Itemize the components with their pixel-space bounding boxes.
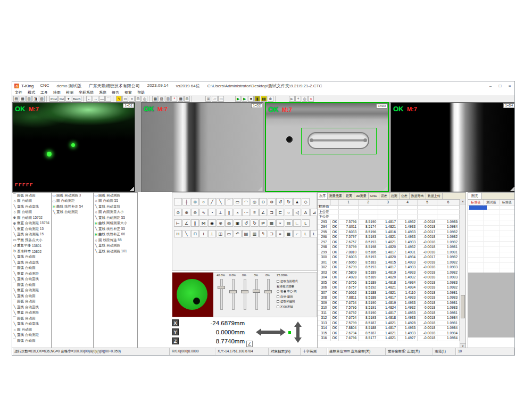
table-row[interactable]: 305OK7.67568.51891.48181.4934-0.00181.09… <box>318 281 460 286</box>
element-list-item[interactable]: ╲直线自动测距 15 <box>12 232 51 238</box>
element-list-item[interactable]: ╲直线自动直线 <box>12 260 51 266</box>
table-tab-距离[interactable]: 距离 <box>344 193 354 199</box>
table-row[interactable]: 296OK7.57978.51931.48211.4933-0.00181.09… <box>318 235 460 240</box>
pixel-button[interactable]: Pixel <box>49 96 58 102</box>
light-slider[interactable] <box>215 277 227 312</box>
angle-tool-button[interactable]: ∠ <box>246 341 253 347</box>
table-tab-CNC[interactable]: CNC <box>369 193 379 199</box>
table-row[interactable]: 298OK7.57998.51981.48201.4932-0.00181.09… <box>318 245 460 250</box>
element-list-item[interactable]: ○圆自动圆 <box>12 210 51 216</box>
palette-tool-icon[interactable]: ⋯ <box>242 209 250 216</box>
palette-tool-icon[interactable]: ↺ <box>242 219 250 227</box>
file-new-icon[interactable]: ▤ <box>13 96 19 102</box>
list-icon[interactable]: ≡ <box>129 96 135 102</box>
element-list-item[interactable]: ▭圆弧自动测距 <box>94 193 137 199</box>
undo-icon[interactable]: ← <box>86 96 92 102</box>
element-list-item[interactable]: ○圆线段传递 55 <box>94 237 137 243</box>
focus-option[interactable]: 提取和编辑 <box>277 299 317 304</box>
table-row[interactable]: 316OK7.67968.51771.48211.4927-0.00181.09… <box>318 336 460 341</box>
palette-tool-icon[interactable]: ▣ <box>234 219 242 227</box>
tolerance-row[interactable]: 下公差 <box>318 215 460 220</box>
step-icon[interactable]: ▮ <box>254 96 260 102</box>
palette-tool-icon[interactable]: ◎ <box>251 198 259 205</box>
element-list-item[interactable]: ↻基准样本15802 <box>12 249 51 254</box>
run-icon[interactable]: ▶ <box>235 96 241 102</box>
add-icon[interactable]: + <box>295 96 301 102</box>
table-row[interactable]: 315OK7.67948.51871.48211.4933-0.00181.09… <box>318 331 460 336</box>
settings-icon[interactable]: ⊛ <box>268 96 273 102</box>
y-axis-icon[interactable]: Y <box>172 328 179 335</box>
palette-tool-icon[interactable]: ▦ <box>285 230 293 237</box>
focus-option[interactable]: 提取当前模式 <box>277 279 317 284</box>
doc-disabled-icon[interactable]: ▭ <box>218 96 224 102</box>
palette-tool-icon[interactable]: ⊥ <box>208 230 216 237</box>
palette-tool-icon[interactable]: ◫ <box>217 230 225 237</box>
close-button[interactable]: × <box>505 82 514 90</box>
palette-tool-icon[interactable]: ⌒ <box>225 198 233 205</box>
layers-icon[interactable]: ▥ <box>165 96 171 102</box>
palette-tool-icon[interactable]: ⇄ <box>259 219 267 227</box>
light-slider[interactable] <box>250 277 262 312</box>
menu-item-系统[interactable]: 系统 <box>96 90 109 95</box>
checkbox-icon[interactable] <box>277 306 279 308</box>
palette-tool-icon[interactable]: × <box>276 230 284 237</box>
tolerance-row[interactable]: 标准值 <box>318 204 460 210</box>
element-list-item[interactable]: ↺重复平移13801 <box>12 243 51 249</box>
menu-item-模式[interactable]: 模式 <box>25 90 38 95</box>
palette-tool-icon[interactable]: ⊙ <box>174 209 182 216</box>
jog-horizontal-arrow-icon[interactable] <box>256 328 286 336</box>
properties-row[interactable] <box>468 215 515 220</box>
menu-item-帮助[interactable]: 帮助 <box>135 90 147 95</box>
palette-tool-icon[interactable]: ▤ <box>242 230 250 237</box>
element-list-item[interactable]: H曲线线性补正 54 <box>52 204 93 210</box>
table-tab-数据上传[interactable]: 数据上传 <box>426 193 443 199</box>
resize-handle-icon[interactable] <box>258 187 262 191</box>
run-all-icon[interactable]: ▶ <box>242 96 247 102</box>
properties-row[interactable] <box>468 247 515 252</box>
light-slider[interactable] <box>262 277 273 312</box>
properties-row[interactable] <box>468 226 515 231</box>
radio-icon[interactable] <box>284 290 286 293</box>
element-list-item[interactable]: ╲直线自动直线 <box>94 204 137 210</box>
table-row[interactable]: 306OK7.67578.51921.48211.4934-0.00181.09… <box>318 285 460 291</box>
palette-tool-icon[interactable]: ↻ <box>251 219 259 227</box>
element-list-item[interactable]: ╲直线自动直线 <box>12 304 51 310</box>
palette-tool-icon[interactable]: ┼ <box>182 198 190 205</box>
viewport-tag[interactable]: 1=D1 <box>123 103 134 108</box>
target-icon[interactable]: ◎ <box>302 96 307 102</box>
palette-tool-icon[interactable]: ╲ <box>217 198 225 205</box>
element-list-item[interactable]: ⊕垂直自动测距 15794 <box>12 221 51 227</box>
menu-item-绘图[interactable]: 绘图 <box>51 90 63 95</box>
palette-tool-icon[interactable]: A <box>302 209 310 216</box>
palette-tool-icon[interactable]: ⊕ <box>182 209 190 216</box>
palette-tool-icon[interactable]: L <box>302 219 310 227</box>
table-row[interactable]: 294OK7.60118.51741.48211.4933-0.00181.09… <box>318 225 460 230</box>
jog-vertical-arrow-icon[interactable] <box>294 322 302 343</box>
focus-option[interactable]: XY标准轴 <box>277 304 317 310</box>
table-tab-误差[interactable]: 误差 <box>379 193 389 199</box>
palette-tool-icon[interactable]: ⊙ <box>259 198 267 205</box>
menu-item-视窗[interactable]: 视窗 <box>122 90 135 95</box>
palette-tool-icon[interactable]: ∥ <box>225 209 233 216</box>
element-list-item[interactable]: ▭平面预备点大小 <box>12 237 51 243</box>
play-disabled-icon[interactable]: ▶ <box>289 96 295 102</box>
scrollbar-thumb[interactable] <box>461 295 465 318</box>
viewport-tag[interactable]: 1=D2 <box>251 103 262 108</box>
focus-option[interactable]: 标准模式调整 <box>277 284 317 290</box>
element-list-item[interactable]: ╲直线自动直线 <box>12 277 51 283</box>
palette-tool-icon[interactable]: ∥ <box>191 219 199 227</box>
palette-tool-icon[interactable]: ○ <box>285 209 293 216</box>
element-list-item[interactable]: ⌒圆弧自动圆 <box>12 282 51 288</box>
element-list-item[interactable]: ╲垂直自动测距 <box>12 271 51 277</box>
palette-tool-icon[interactable]: ▭ <box>225 230 233 237</box>
properties-row[interactable] <box>468 231 515 236</box>
element-list-item[interactable]: H曲线线性补正 66 <box>94 232 137 238</box>
slider-thumb-handle[interactable] <box>241 290 248 293</box>
add-window-icon[interactable]: ⊞ <box>184 96 190 102</box>
palette-tool-icon[interactable]: ∠ <box>182 219 190 227</box>
table-row[interactable]: 308OK7.88118.51881.48171.4933-0.00181.09… <box>318 295 460 301</box>
radio-icon[interactable] <box>290 290 293 293</box>
palette-tool-icon[interactable]: H <box>174 230 182 237</box>
radio-icon[interactable] <box>277 290 279 293</box>
slider-thumb-handle[interactable] <box>253 290 260 293</box>
